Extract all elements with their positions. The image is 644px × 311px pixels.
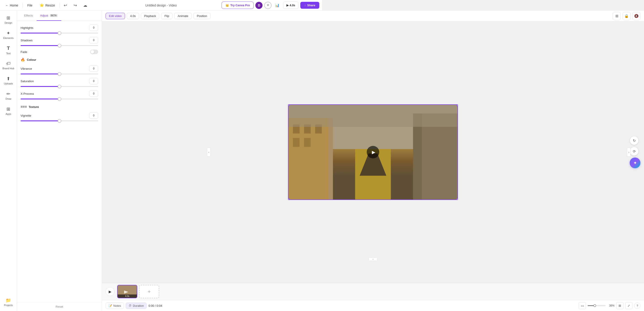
play-time-label: ▶ 4.0s bbox=[286, 3, 295, 7]
canvas-frame[interactable]: ▶ bbox=[288, 104, 322, 155]
panel-toggle-left[interactable]: ‹ bbox=[207, 148, 211, 155]
highlights-row: Highlights 0 bbox=[20, 24, 98, 33]
tab-effects-label: Effects bbox=[24, 14, 33, 17]
resize-icon: ⭐ bbox=[40, 3, 44, 7]
vignette-row: Vignette 0 bbox=[20, 112, 98, 121]
shadows-thumb[interactable] bbox=[58, 44, 61, 47]
brand-hub-icon: 🏷 bbox=[6, 61, 11, 66]
avatar[interactable]: D bbox=[255, 2, 262, 9]
share-label: Share bbox=[307, 3, 315, 7]
design-icon: ⊞ bbox=[6, 15, 10, 20]
file-button[interactable]: File bbox=[24, 2, 35, 8]
sidebar-label-elements: Elements bbox=[3, 37, 14, 39]
vignette-fill bbox=[20, 120, 60, 121]
add-collaborator-button[interactable]: + bbox=[264, 2, 272, 9]
resize-label: Resize bbox=[46, 3, 55, 7]
vibrance-track[interactable] bbox=[20, 73, 98, 74]
home-button[interactable]: ← Home bbox=[3, 2, 21, 8]
shadows-row: Shadows 0 bbox=[20, 37, 98, 46]
vibrance-value[interactable]: 0 bbox=[89, 65, 98, 72]
redo-button[interactable]: ↪ bbox=[71, 1, 80, 9]
sidebar-label-draw: Draw bbox=[6, 97, 12, 100]
highlights-label-row: Highlights 0 bbox=[20, 24, 98, 31]
analytics-button[interactable]: 📊 bbox=[273, 1, 281, 9]
undo-button[interactable]: ↩ bbox=[62, 1, 70, 9]
time-button[interactable]: 4.0s bbox=[127, 13, 139, 19]
saturation-track[interactable] bbox=[20, 86, 98, 87]
sidebar-item-brand-hub[interactable]: 🏷 Brand Hub bbox=[1, 58, 16, 72]
xprocess-value[interactable]: 0 bbox=[89, 90, 98, 97]
highlights-value[interactable]: 0 bbox=[89, 24, 98, 31]
share-button[interactable]: ↑ Share bbox=[300, 2, 319, 9]
xprocess-thumb[interactable] bbox=[58, 97, 61, 101]
cloud-save-button[interactable]: ☁ bbox=[81, 1, 89, 9]
highlights-track[interactable] bbox=[20, 33, 98, 33]
saturation-label: Saturation bbox=[20, 79, 34, 83]
fade-toggle[interactable] bbox=[90, 50, 98, 54]
apps-icon: ⊞ bbox=[6, 106, 10, 112]
position-button[interactable]: Position bbox=[194, 13, 210, 19]
vignette-label: Vignette bbox=[20, 114, 31, 117]
tab-effects[interactable]: Effects bbox=[20, 11, 37, 21]
sidebar-item-design[interactable]: ⊞ Design bbox=[1, 12, 16, 27]
xprocess-track[interactable] bbox=[20, 98, 98, 99]
handle-top-left[interactable] bbox=[288, 104, 290, 106]
share-icon: ↑ bbox=[304, 3, 306, 7]
tab-adjust-label: Adjust bbox=[40, 14, 48, 17]
saturation-fill bbox=[20, 86, 60, 87]
home-arrow-icon: ← bbox=[5, 3, 8, 7]
colour-title: Colour bbox=[27, 58, 36, 61]
tab-adjust[interactable]: Adjust BETA bbox=[37, 11, 62, 21]
vibrance-label: Vibrance bbox=[20, 67, 32, 70]
sidebar-label-apps: Apps bbox=[6, 113, 11, 115]
vignette-track[interactable] bbox=[20, 120, 98, 121]
vignette-value[interactable]: 0 bbox=[89, 112, 98, 119]
nav-divider-1 bbox=[22, 3, 23, 8]
canvas-main: ▶ ↻ ⟳ ✦ bbox=[102, 21, 322, 155]
shadows-fill bbox=[20, 45, 60, 46]
flip-button[interactable]: Flip bbox=[161, 13, 172, 19]
saturation-thumb[interactable] bbox=[58, 85, 61, 88]
saturation-label-row: Saturation 0 bbox=[20, 78, 98, 84]
shadows-value[interactable]: 0 bbox=[89, 37, 98, 43]
colour-icon: 🔥 bbox=[20, 58, 25, 62]
vibrance-thumb[interactable] bbox=[58, 72, 61, 76]
texture-title: Texture bbox=[28, 105, 39, 109]
animate-button[interactable]: Animate bbox=[174, 13, 192, 19]
try-pro-button[interactable]: 👑 Try Canva Pro bbox=[222, 1, 254, 9]
resize-button[interactable]: ⭐ Resize bbox=[37, 2, 58, 9]
top-nav: ← Home File ⭐ Resize ↩ ↪ ☁ Untitled desi… bbox=[0, 0, 322, 11]
draw-icon: ✏ bbox=[6, 91, 10, 96]
sidebar-item-elements[interactable]: ✦ Elements bbox=[1, 28, 16, 42]
edit-video-button[interactable]: Edit video bbox=[106, 13, 125, 19]
play-time-button[interactable]: ▶ 4.0s bbox=[283, 1, 298, 9]
undo-icon: ↩ bbox=[64, 3, 67, 8]
nav-center: Untitled design - Video bbox=[145, 3, 177, 7]
sidebar-item-text[interactable]: T Text bbox=[1, 43, 16, 57]
xprocess-label: X-Process bbox=[20, 92, 34, 95]
beta-badge: BETA bbox=[50, 14, 58, 17]
xprocess-label-row: X-Process 0 bbox=[20, 90, 98, 97]
texture-section: ≡≡≡ Texture Vignette 0 bbox=[20, 105, 98, 121]
highlights-thumb[interactable] bbox=[58, 31, 61, 35]
sidebar-item-draw[interactable]: ✏ Draw bbox=[1, 88, 16, 103]
left-sidebar: ⊞ Design ✦ Elements T Text 🏷 Brand Hub ⬆… bbox=[0, 11, 17, 155]
vignette-thumb[interactable] bbox=[58, 119, 61, 123]
shadows-track[interactable] bbox=[20, 45, 98, 46]
sidebar-item-uploads[interactable]: ⬆ Uploads bbox=[1, 73, 16, 88]
home-label: Home bbox=[10, 3, 18, 7]
panel-tabs: Effects Adjust BETA bbox=[17, 11, 102, 21]
playback-button[interactable]: Playback bbox=[141, 13, 160, 19]
sidebar-label-text: Text bbox=[6, 52, 10, 55]
video-overlay bbox=[288, 105, 322, 155]
saturation-value[interactable]: 0 bbox=[89, 78, 98, 84]
xprocess-row: X-Process 0 bbox=[20, 90, 98, 99]
elements-icon: ✦ bbox=[6, 30, 10, 36]
vibrance-fill bbox=[20, 73, 60, 74]
text-icon: T bbox=[7, 45, 10, 51]
sidebar-item-apps[interactable]: ⊞ Apps bbox=[1, 104, 16, 118]
effects-panel: Effects Adjust BETA Highlights 0 Shadows… bbox=[17, 11, 102, 155]
highlights-fill bbox=[20, 33, 60, 33]
video-background: ▶ bbox=[288, 105, 322, 155]
saturation-row: Saturation 0 bbox=[20, 78, 98, 87]
